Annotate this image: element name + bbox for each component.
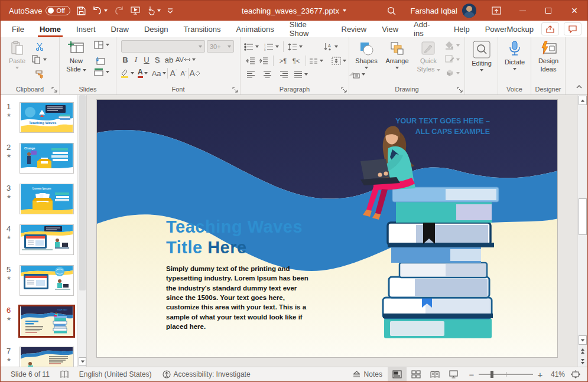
avatar[interactable]	[462, 4, 476, 18]
zoom-out-button[interactable]: −	[468, 370, 475, 380]
grow-font-button[interactable]: Aˆ	[170, 68, 177, 78]
next-slide-button[interactable]	[579, 357, 587, 366]
underline-button[interactable]: U	[141, 54, 152, 66]
tab-add-ins[interactable]: Add-ins	[406, 21, 446, 37]
tab-draw[interactable]: Draw	[103, 21, 137, 37]
change-case-button[interactable]: Aa	[152, 69, 166, 78]
spell-check-icon[interactable]	[55, 367, 74, 381]
thumbnail-scrollbar[interactable]	[77, 95, 86, 367]
autosave-toggle[interactable]: AutoSave Off	[9, 6, 70, 15]
share-button[interactable]	[541, 22, 559, 35]
thumbnail-item-2[interactable]: 2★ Change	[4, 143, 86, 174]
tab-home[interactable]: Home	[32, 21, 69, 37]
line-spacing-button[interactable]	[288, 43, 303, 51]
dictate-button[interactable]: Dictate	[501, 37, 528, 70]
zoom-slider-thumb[interactable]	[490, 371, 493, 378]
align-right-button[interactable]	[277, 68, 290, 80]
font-size-combo[interactable]: 30+	[207, 40, 234, 53]
tab-design[interactable]: Design	[137, 21, 176, 37]
paste-button[interactable]: Paste	[5, 37, 29, 69]
tab-powermockup[interactable]: PowerMockup	[477, 21, 541, 37]
notes-button[interactable]: Notes	[347, 367, 388, 381]
font-name-combo[interactable]	[121, 40, 205, 53]
slide-title-textbox[interactable]: Teaching Waves Title Here	[166, 217, 303, 258]
bullets-button[interactable]	[244, 43, 259, 51]
tab-view[interactable]: View	[374, 21, 406, 37]
scroll-down-button[interactable]	[579, 335, 587, 345]
design-ideas-button[interactable]: DesignIdeas	[533, 37, 564, 74]
slide-sorter-view-button[interactable]	[407, 367, 425, 381]
customize-qat-icon[interactable]	[167, 7, 174, 14]
copy-button[interactable]	[32, 55, 47, 64]
tab-slide-show[interactable]: Slide Show	[282, 21, 334, 37]
paragraph-dialog-launcher[interactable]	[341, 86, 347, 92]
slideshow-view-button[interactable]	[444, 367, 463, 381]
tab-insert[interactable]: Insert	[69, 21, 103, 37]
font-color-button[interactable]: A	[138, 68, 148, 78]
thumbnail-item-1[interactable]: 1★ Teaching Waves	[4, 102, 86, 133]
strikethrough-button[interactable]: ab	[163, 54, 176, 66]
tab-transitions[interactable]: Transitions	[176, 21, 228, 37]
drawing-dialog-launcher[interactable]	[457, 86, 463, 92]
ribbon-display-options-button[interactable]	[483, 1, 509, 21]
save-icon[interactable]	[76, 6, 86, 16]
align-text-button[interactable]	[332, 57, 346, 65]
font-dialog-launcher[interactable]	[232, 86, 238, 92]
touch-mouse-mode-icon[interactable]	[147, 6, 161, 15]
thumbnail-scrollbar-thumb[interactable]	[79, 95, 86, 290]
character-spacing-button[interactable]: AV	[176, 56, 196, 63]
thumbnail-item-4[interactable]: 4★	[4, 224, 86, 255]
tab-review[interactable]: Review	[334, 21, 375, 37]
align-center-button[interactable]	[261, 68, 274, 80]
bold-button[interactable]: B	[120, 54, 131, 66]
search-button[interactable]	[379, 1, 404, 21]
thumbnail-item-7[interactable]: 7★ Teaching Waves	[4, 347, 86, 367]
scrollbar-thumb[interactable]	[579, 198, 587, 235]
account-area[interactable]: Farshad Iqbal	[404, 1, 484, 21]
current-slide[interactable]: YOUR TEXT GOES HERE – ALL CAPS EXAMPLE T…	[96, 99, 558, 358]
close-button[interactable]: ×	[561, 1, 587, 21]
collapse-ribbon-button[interactable]	[576, 83, 583, 91]
shrink-font-button[interactable]: Aˇ	[181, 70, 187, 77]
fit-slide-to-window-button[interactable]	[567, 367, 584, 381]
undo-button[interactable]	[92, 6, 108, 15]
normal-view-button[interactable]	[388, 367, 407, 381]
ltr-direction-button[interactable]: ¶<	[290, 55, 303, 67]
new-slide-button[interactable]: NewSlide	[63, 37, 89, 74]
justify-button[interactable]	[294, 71, 308, 78]
clear-formatting-button[interactable]: A	[190, 68, 200, 78]
tab-file[interactable]: File	[4, 21, 32, 37]
previous-slide-button[interactable]	[579, 346, 587, 355]
format-painter-button[interactable]	[33, 68, 46, 80]
accessibility-status[interactable]: Accessibility: Investigate	[157, 367, 256, 381]
scroll-up-button[interactable]	[579, 96, 587, 105]
editing-button[interactable]: Editing	[469, 37, 495, 71]
zoom-slider[interactable]	[479, 374, 533, 375]
columns-button[interactable]	[309, 58, 323, 64]
decrease-indent-button[interactable]	[244, 55, 257, 67]
text-shadow-button[interactable]: S	[152, 54, 163, 66]
italic-button[interactable]: I	[131, 54, 141, 66]
text-direction-button[interactable]: A	[323, 43, 338, 51]
arrange-button[interactable]: Arrange	[382, 37, 412, 69]
maximize-button[interactable]	[535, 1, 561, 21]
minimize-button[interactable]	[509, 1, 535, 21]
shapes-button[interactable]: Shapes	[353, 37, 380, 69]
zoom-percentage[interactable]: 41%	[548, 367, 567, 381]
slide-body-textbox[interactable]: Simply dummy text of the printing and ty…	[166, 264, 309, 331]
tab-help[interactable]: Help	[446, 21, 477, 37]
clipboard-dialog-launcher[interactable]	[51, 86, 57, 92]
language-indicator[interactable]: English (United States)	[74, 367, 157, 381]
start-slideshow-icon[interactable]	[130, 6, 141, 15]
thumbnail-item-5[interactable]: 5★	[4, 265, 86, 296]
increase-indent-button[interactable]	[257, 55, 270, 67]
thumbnail-item-3[interactable]: 3★ Lorem Ipsum	[4, 184, 86, 214]
tab-animations[interactable]: Animations	[229, 21, 282, 37]
zoom-in-button[interactable]: +	[537, 370, 544, 380]
align-left-button[interactable]	[244, 68, 257, 80]
reading-view-button[interactable]	[425, 367, 444, 381]
thumbnail-item-6[interactable]: 6★ YOUR TEXT	[4, 306, 86, 337]
comments-button[interactable]	[564, 22, 581, 35]
thumbnail-scroll-down-button[interactable]	[79, 357, 86, 366]
section-button[interactable]	[94, 68, 109, 76]
